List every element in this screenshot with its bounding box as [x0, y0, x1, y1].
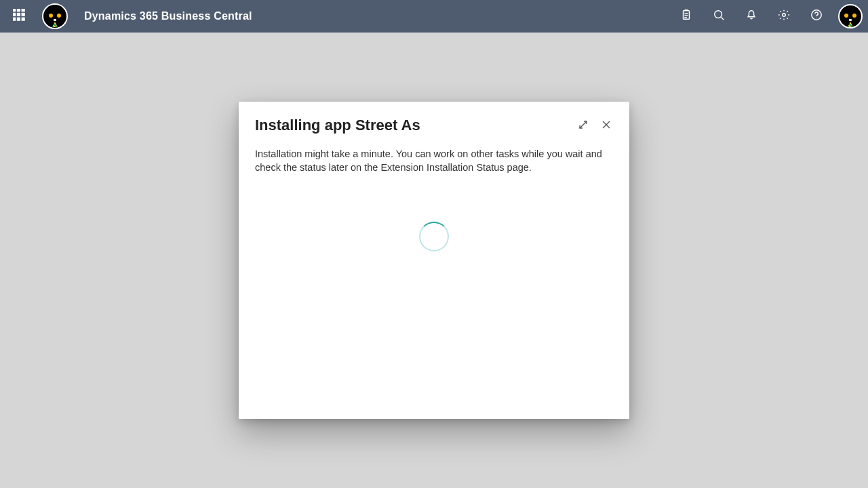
svg-rect-4 [18, 14, 20, 16]
cat-icon [841, 7, 860, 26]
svg-rect-3 [13, 14, 15, 16]
svg-point-10 [715, 11, 722, 18]
help-button[interactable] [803, 3, 830, 30]
svg-rect-8 [22, 18, 24, 20]
user-avatar[interactable] [838, 4, 863, 28]
close-icon [601, 120, 611, 132]
dialog-title: Installing app Street As [255, 117, 570, 134]
close-button[interactable] [597, 117, 616, 136]
settings-button[interactable] [770, 3, 797, 30]
bell-icon [745, 9, 757, 24]
svg-rect-7 [18, 18, 20, 20]
svg-point-11 [783, 14, 786, 17]
clipboard-icon [680, 9, 692, 24]
svg-rect-1 [18, 9, 20, 11]
svg-rect-5 [22, 14, 24, 16]
admin-center-button[interactable] [673, 3, 700, 30]
app-launcher-button[interactable] [5, 3, 33, 30]
help-icon [810, 9, 823, 24]
notifications-button[interactable] [738, 3, 765, 30]
waffle-icon [13, 9, 25, 24]
maximize-button[interactable] [574, 117, 593, 136]
expand-icon [578, 120, 588, 132]
svg-point-12 [812, 10, 821, 20]
svg-rect-6 [13, 18, 15, 20]
app-header: Dynamics 365 Business Central [0, 0, 868, 33]
tenant-logo[interactable] [42, 3, 68, 29]
search-button[interactable] [705, 3, 732, 30]
install-progress-dialog: Installing app Street As Installation mi… [239, 102, 629, 419]
svg-rect-0 [13, 9, 15, 11]
search-icon [713, 9, 725, 24]
dialog-message: Installation might take a minute. You ca… [239, 136, 629, 174]
cat-icon [45, 7, 64, 26]
brand-title: Dynamics 365 Business Central [84, 10, 252, 22]
svg-rect-9 [684, 11, 690, 20]
svg-rect-2 [22, 9, 24, 11]
loading-spinner-icon [419, 222, 449, 251]
gear-icon [778, 9, 790, 24]
page-canvas: Installing app Street As Installation mi… [0, 33, 868, 488]
spinner-area [239, 174, 629, 419]
svg-point-13 [816, 18, 816, 18]
